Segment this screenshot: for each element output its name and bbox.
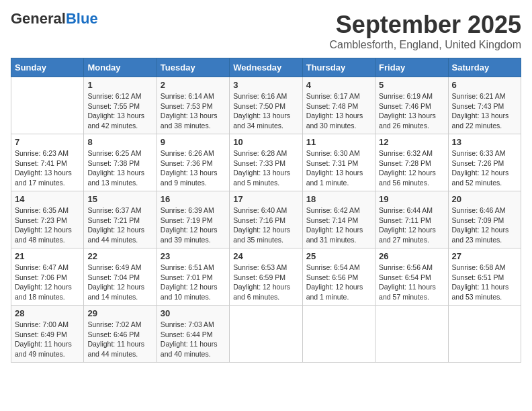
day-info: Sunrise: 6:46 AM Sunset: 7:09 PM Dayligh… [452,205,517,245]
day-info: Sunrise: 6:14 AM Sunset: 7:53 PM Dayligh… [161,91,226,131]
calendar-header-row: SundayMondayTuesdayWednesdayThursdayFrid… [11,58,521,77]
calendar-cell: 17Sunrise: 6:40 AM Sunset: 7:16 PM Dayli… [230,191,302,248]
day-info: Sunrise: 6:26 AM Sunset: 7:36 PM Dayligh… [161,148,226,188]
calendar-week-3: 14Sunrise: 6:35 AM Sunset: 7:23 PM Dayli… [11,191,521,248]
day-info: Sunrise: 6:16 AM Sunset: 7:50 PM Dayligh… [233,91,298,131]
day-number: 29 [87,308,152,318]
day-info: Sunrise: 6:49 AM Sunset: 7:04 PM Dayligh… [87,263,152,302]
col-header-monday: Monday [84,58,157,77]
day-info: Sunrise: 6:33 AM Sunset: 7:26 PM Dayligh… [452,148,517,188]
calendar-cell: 16Sunrise: 6:39 AM Sunset: 7:19 PM Dayli… [157,191,229,248]
calendar-cell: 19Sunrise: 6:44 AM Sunset: 7:11 PM Dayli… [375,191,448,248]
calendar-cell: 8Sunrise: 6:25 AM Sunset: 7:38 PM Daylig… [84,134,157,191]
day-number: 12 [379,137,444,147]
day-info: Sunrise: 6:30 AM Sunset: 7:31 PM Dayligh… [306,148,371,188]
calendar-week-2: 7Sunrise: 6:23 AM Sunset: 7:41 PM Daylig… [11,134,521,191]
calendar-cell: 21Sunrise: 6:47 AM Sunset: 7:06 PM Dayli… [11,248,84,306]
day-number: 2 [161,80,226,90]
calendar-cell [448,306,521,363]
day-info: Sunrise: 6:42 AM Sunset: 7:14 PM Dayligh… [306,205,371,245]
day-info: Sunrise: 7:03 AM Sunset: 6:44 PM Dayligh… [161,320,226,359]
calendar-cell: 4Sunrise: 6:17 AM Sunset: 7:48 PM Daylig… [302,77,375,134]
day-number: 26 [379,251,444,261]
day-info: Sunrise: 6:58 AM Sunset: 6:51 PM Dayligh… [452,263,517,302]
day-info: Sunrise: 6:44 AM Sunset: 7:11 PM Dayligh… [379,205,444,245]
page-header: GeneralBlue September 2025 Camblesforth,… [11,11,521,51]
calendar-cell: 7Sunrise: 6:23 AM Sunset: 7:41 PM Daylig… [11,134,84,191]
calendar-cell [375,306,448,363]
calendar-cell: 18Sunrise: 6:42 AM Sunset: 7:14 PM Dayli… [302,191,375,248]
day-number: 14 [15,194,80,204]
calendar-cell: 26Sunrise: 6:56 AM Sunset: 6:54 PM Dayli… [375,248,448,306]
title-block: September 2025 Camblesforth, England, Un… [330,11,522,51]
calendar-cell: 25Sunrise: 6:54 AM Sunset: 6:56 PM Dayli… [302,248,375,306]
day-number: 19 [379,194,444,204]
calendar-cell: 11Sunrise: 6:30 AM Sunset: 7:31 PM Dayli… [302,134,375,191]
month-title: September 2025 [330,11,522,39]
calendar-cell: 22Sunrise: 6:49 AM Sunset: 7:04 PM Dayli… [84,248,157,306]
day-number: 10 [233,137,298,147]
day-info: Sunrise: 6:17 AM Sunset: 7:48 PM Dayligh… [306,91,371,131]
day-number: 16 [161,194,226,204]
calendar-week-5: 28Sunrise: 7:00 AM Sunset: 6:49 PM Dayli… [11,306,521,363]
logo-text: GeneralBlue [11,11,98,27]
col-header-thursday: Thursday [302,58,375,77]
day-number: 18 [306,194,371,204]
day-number: 9 [161,137,226,147]
day-info: Sunrise: 6:25 AM Sunset: 7:38 PM Dayligh… [87,148,152,188]
calendar-cell: 14Sunrise: 6:35 AM Sunset: 7:23 PM Dayli… [11,191,84,248]
day-info: Sunrise: 6:35 AM Sunset: 7:23 PM Dayligh… [15,205,80,245]
day-number: 24 [233,251,298,261]
calendar-cell: 30Sunrise: 7:03 AM Sunset: 6:44 PM Dayli… [157,306,229,363]
location: Camblesforth, England, United Kingdom [330,39,522,51]
calendar-cell: 28Sunrise: 7:00 AM Sunset: 6:49 PM Dayli… [11,306,84,363]
day-number: 8 [87,137,152,147]
col-header-saturday: Saturday [448,58,521,77]
col-header-sunday: Sunday [11,58,84,77]
calendar-cell: 9Sunrise: 6:26 AM Sunset: 7:36 PM Daylig… [157,134,229,191]
calendar-cell: 24Sunrise: 6:53 AM Sunset: 6:59 PM Dayli… [230,248,302,306]
calendar-cell: 1Sunrise: 6:12 AM Sunset: 7:55 PM Daylig… [84,77,157,134]
calendar-cell: 20Sunrise: 6:46 AM Sunset: 7:09 PM Dayli… [448,191,521,248]
col-header-friday: Friday [375,58,448,77]
day-number: 28 [15,308,80,318]
day-info: Sunrise: 7:02 AM Sunset: 6:46 PM Dayligh… [87,320,152,359]
day-number: 11 [306,137,371,147]
day-info: Sunrise: 6:39 AM Sunset: 7:19 PM Dayligh… [161,205,226,245]
calendar-cell [11,77,84,134]
day-info: Sunrise: 6:28 AM Sunset: 7:33 PM Dayligh… [233,148,298,188]
day-number: 4 [306,80,371,90]
day-info: Sunrise: 6:53 AM Sunset: 6:59 PM Dayligh… [233,263,298,302]
calendar-table: SundayMondayTuesdayWednesdayThursdayFrid… [11,58,521,363]
calendar-cell: 15Sunrise: 6:37 AM Sunset: 7:21 PM Dayli… [84,191,157,248]
day-number: 5 [379,80,444,90]
calendar-week-4: 21Sunrise: 6:47 AM Sunset: 7:06 PM Dayli… [11,248,521,306]
day-number: 7 [15,137,80,147]
calendar-cell: 3Sunrise: 6:16 AM Sunset: 7:50 PM Daylig… [230,77,302,134]
calendar-cell: 5Sunrise: 6:19 AM Sunset: 7:46 PM Daylig… [375,77,448,134]
calendar-cell: 10Sunrise: 6:28 AM Sunset: 7:33 PM Dayli… [230,134,302,191]
day-info: Sunrise: 7:00 AM Sunset: 6:49 PM Dayligh… [15,320,80,359]
calendar-cell [302,306,375,363]
calendar-cell: 13Sunrise: 6:33 AM Sunset: 7:26 PM Dayli… [448,134,521,191]
day-number: 23 [161,251,226,261]
day-info: Sunrise: 6:56 AM Sunset: 6:54 PM Dayligh… [379,263,444,302]
day-number: 6 [452,80,517,90]
day-info: Sunrise: 6:12 AM Sunset: 7:55 PM Dayligh… [87,91,152,131]
day-info: Sunrise: 6:51 AM Sunset: 7:01 PM Dayligh… [161,263,226,302]
day-number: 21 [15,251,80,261]
day-number: 15 [87,194,152,204]
col-header-tuesday: Tuesday [157,58,229,77]
calendar-cell: 23Sunrise: 6:51 AM Sunset: 7:01 PM Dayli… [157,248,229,306]
calendar-cell: 27Sunrise: 6:58 AM Sunset: 6:51 PM Dayli… [448,248,521,306]
day-info: Sunrise: 6:40 AM Sunset: 7:16 PM Dayligh… [233,205,298,245]
calendar-week-1: 1Sunrise: 6:12 AM Sunset: 7:55 PM Daylig… [11,77,521,134]
day-info: Sunrise: 6:19 AM Sunset: 7:46 PM Dayligh… [379,91,444,131]
day-number: 30 [161,308,226,318]
calendar-cell [230,306,302,363]
day-number: 20 [452,194,517,204]
day-info: Sunrise: 6:54 AM Sunset: 6:56 PM Dayligh… [306,263,371,302]
day-number: 22 [87,251,152,261]
day-info: Sunrise: 6:21 AM Sunset: 7:43 PM Dayligh… [452,91,517,131]
day-info: Sunrise: 6:37 AM Sunset: 7:21 PM Dayligh… [87,205,152,245]
